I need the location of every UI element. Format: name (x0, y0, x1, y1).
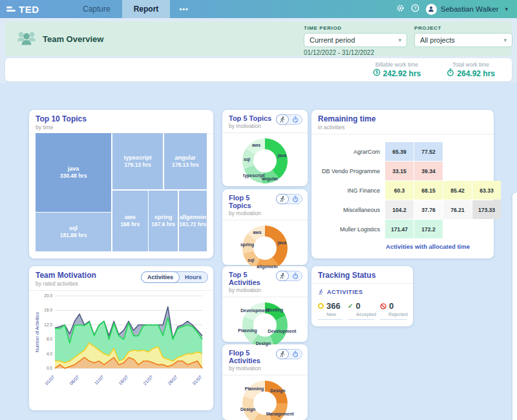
remaining-cell: 63.33 (472, 181, 501, 200)
remaining-time-row: ING Finance60.368.1585.4263.33 (317, 181, 501, 200)
time-toggle-stopwatch-icon[interactable] (289, 271, 302, 281)
page-title: Team Overview (43, 34, 103, 44)
activities-hours-toggle: Activities Hours (141, 271, 208, 283)
time-toggle-stopwatch-icon[interactable] (289, 194, 302, 204)
stat-value: 0 (389, 301, 394, 311)
remaining-cell: 37.76 (414, 200, 443, 219)
flop-5-activities-donut: DesignManagementPlanningDesignPlanning (222, 375, 308, 420)
remaining-row-label: Miscellaneous (317, 200, 385, 219)
stat-label: New (326, 311, 342, 317)
card-subtitle: by motivation (229, 210, 273, 216)
remaining-cell: 77.52 (414, 142, 443, 161)
team-motivation-chart: 0.04.08.012.016.020.001/0706/0711/0716/0… (33, 289, 209, 403)
treemap-topic: java (68, 165, 79, 173)
svg-text:01/07: 01/07 (44, 375, 55, 386)
card-subtitle: in activities (318, 124, 487, 131)
treemap-topic: angular (175, 154, 196, 162)
card-flop-5-activities: Flop 5 Activities by motivation DesignMa… (222, 344, 308, 420)
donut-segment-label: typescript (243, 173, 264, 178)
billable-value: 242.92 hrs (383, 69, 421, 78)
remaining-cell: 65.39 (385, 142, 414, 161)
treemap-hours: 168 hrs (120, 221, 140, 228)
motivation-time-toggle (276, 271, 302, 281)
billable-clock-icon: $ (373, 68, 381, 78)
remaining-cell: 39.34 (414, 162, 443, 180)
remaining-cell: 68.15 (414, 181, 443, 200)
app-logo[interactable]: TED (0, 4, 71, 15)
nav-more-menu[interactable]: ••• (170, 5, 198, 13)
svg-text:16.0: 16.0 (44, 308, 52, 312)
svg-text:26/07: 26/07 (167, 375, 178, 386)
nav-tab-capture[interactable]: Capture (71, 0, 122, 18)
remaining-time-row: Muller Logistics171.47172.2 (317, 220, 501, 238)
donut-segment-label: Design (270, 388, 285, 393)
help-icon[interactable]: ? (411, 3, 419, 15)
svg-text:31/07: 31/07 (191, 375, 202, 386)
toggle-hours[interactable]: Hours (179, 271, 207, 283)
svg-text:16/07: 16/07 (118, 375, 129, 386)
motivation-toggle-runner-icon[interactable] (276, 194, 289, 204)
card-tracking-status: Tracking Status ACTIVITIES 366 New (311, 266, 413, 326)
remaining-row-label: DB Vendo Programme (317, 162, 385, 180)
card-title: Top 5 Topics (229, 114, 273, 122)
treemap-cell-sql: sql181.88 hrs (36, 213, 111, 251)
treemap-cell-typescript: typescript179.13 hrs (112, 133, 163, 189)
remaining-row-label: ING Finance (317, 181, 385, 200)
motivation-time-toggle (276, 114, 302, 125)
statistics-panel: Top 10 Topics by time java330.48 hrssql1… (0, 83, 517, 420)
cut-off-card-edge (512, 193, 517, 420)
donut-segment-label: Design (256, 341, 271, 345)
svg-text:0.0: 0.0 (47, 366, 52, 370)
user-menu[interactable]: Sebastian Walker ▾ (426, 4, 508, 15)
nav-tab-report[interactable]: Report (122, 0, 171, 18)
card-title: Flop 5 Activities (229, 349, 273, 364)
svg-text:?: ? (414, 6, 416, 10)
svg-text:21/07: 21/07 (142, 375, 153, 386)
motivation-toggle-runner-icon[interactable] (276, 349, 289, 359)
card-title: Top 5 Activities (229, 271, 273, 286)
time-toggle-stopwatch-icon[interactable] (289, 114, 302, 125)
donut-segment-label: java (278, 240, 287, 244)
blocked-icon (380, 303, 386, 310)
card-subtitle: by motivation (229, 365, 273, 372)
remaining-row-label: AgrarCom (317, 142, 385, 161)
card-title: Tracking Status (318, 271, 406, 280)
remaining-time-row: DB Vendo Programme33.1539.34 (317, 162, 501, 180)
treemap-cell-spring: spring167.6 hrs (149, 191, 178, 251)
stopwatch-icon (447, 68, 454, 78)
check-icon: ✓ (348, 302, 353, 310)
motivation-toggle-runner-icon[interactable] (276, 271, 289, 281)
remaining-time-row: Miscellaneous104.237.7676.21173.33 (317, 200, 501, 219)
donut-segment-label: spring (240, 242, 254, 246)
treemap-hours: 181.88 hrs (60, 232, 87, 239)
total-value: 264.92 hrs (457, 69, 495, 78)
svg-text:8.0: 8.0 (47, 337, 52, 341)
donut-segment-label: Planning (238, 328, 257, 332)
user-name: Sebastian Walker (441, 5, 499, 13)
gear-icon[interactable] (396, 3, 405, 15)
time-period-select[interactable]: Current period ▾ (304, 33, 407, 47)
card-flop-5-topics: Flop 5 Topics by motivation javaallgemei… (222, 189, 308, 265)
donut-segment-label: Development (240, 308, 269, 312)
billable-label: Billable work time (373, 61, 421, 68)
remaining-cell: 85.42 (443, 181, 472, 200)
toggle-activities[interactable]: Activities (141, 271, 180, 283)
motivation-time-toggle (276, 349, 302, 359)
project-value: All projects (420, 36, 455, 44)
treemap-topic: typescript (123, 154, 151, 162)
remaining-row-label: Muller Logistics (317, 220, 385, 238)
stat-value: 0 (355, 301, 360, 311)
remaining-cell: 173.33 (472, 200, 501, 219)
total-label: Total work time (447, 61, 495, 68)
card-subtitle: by rated activities (36, 280, 136, 287)
donut-hole (253, 149, 277, 173)
chevron-down-icon: ▾ (505, 6, 508, 12)
activities-section-label: ACTIVITIES (327, 289, 363, 295)
time-toggle-stopwatch-icon[interactable] (289, 349, 302, 359)
remaining-cell: 171.47 (385, 220, 414, 238)
motivation-time-toggle (276, 194, 302, 204)
project-select[interactable]: All projects ▾ (414, 33, 512, 47)
motivation-toggle-runner-icon[interactable] (276, 114, 289, 125)
avatar (426, 4, 437, 15)
card-top-10-topics: Top 10 Topics by time java330.48 hrssql1… (29, 110, 213, 258)
